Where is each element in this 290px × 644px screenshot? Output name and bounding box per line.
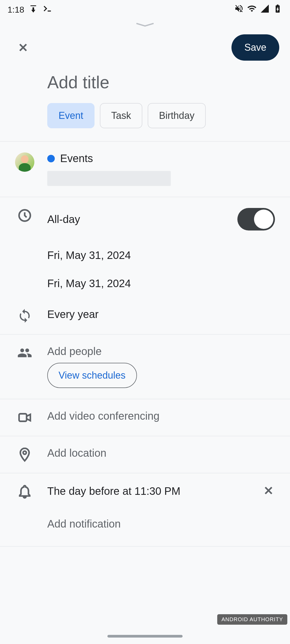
notification-item: The day before at 11:30 PM [47,485,180,497]
video-icon [15,410,34,425]
recurrence-row[interactable]: Every year [0,298,290,334]
add-notification-row[interactable]: Add notification [0,510,290,543]
allday-label: All-day [47,213,80,225]
add-location-label: Add location [47,447,106,459]
wifi-icon [247,4,257,16]
add-people-row[interactable]: Add people View schedules [0,335,290,399]
allday-row: All-day [0,197,290,241]
add-video-row[interactable]: Add video conferencing [0,399,290,436]
calendar-selector-row[interactable]: Events [0,142,290,197]
add-location-row[interactable]: Add location [0,436,290,473]
close-button[interactable] [15,39,31,56]
clock-icon [15,208,34,223]
location-icon [15,447,34,462]
people-icon [15,345,34,360]
allday-toggle[interactable] [237,208,275,230]
notification-row[interactable]: The day before at 11:30 PM [0,473,290,510]
terminal-icon [42,4,52,16]
watermark: ANDROID AUTHORITY [217,614,287,625]
mute-icon [234,4,244,16]
calendar-name: Events [60,152,93,164]
title-input[interactable]: Add title [0,67,290,103]
svg-rect-1 [19,414,27,421]
chip-event[interactable]: Event [47,103,95,128]
add-people-label: Add people [47,345,275,357]
download-icon [28,4,38,16]
start-date[interactable]: Fri, May 31, 2024 [0,241,290,269]
repeat-icon [15,308,34,323]
remove-notification-button[interactable] [262,484,275,498]
save-button[interactable]: Save [231,34,279,61]
status-bar: 1:18 [0,0,290,19]
view-schedules-button[interactable]: View schedules [47,363,137,388]
status-time: 1:18 [8,5,24,15]
calendar-color-dot [47,155,55,162]
svg-point-2 [23,451,26,454]
expand-handle-icon[interactable] [0,19,290,28]
signal-icon [260,4,270,16]
bell-icon [15,484,34,499]
nav-handle[interactable] [107,635,183,638]
chip-birthday[interactable]: Birthday [148,103,206,128]
end-date[interactable]: Fri, May 31, 2024 [0,269,290,298]
account-email-redacted [47,171,171,186]
battery-icon [273,4,282,16]
add-video-label: Add video conferencing [47,410,160,422]
chip-task[interactable]: Task [100,103,142,128]
avatar [15,152,34,172]
recurrence-label: Every year [47,308,99,320]
